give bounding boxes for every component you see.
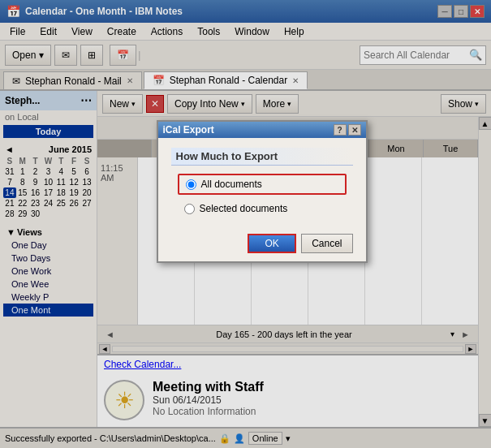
modal-close-btn[interactable]: ✕ [348,124,361,136]
radio-all-label: All documents [201,179,262,190]
modal-overlay: iCal Export ? ✕ How Much to Export All d… [0,0,491,448]
modal-section-label: How Much to Export [171,148,353,166]
ical-export-modal: iCal Export ? ✕ How Much to Export All d… [157,120,368,263]
cancel-button[interactable]: Cancel [301,234,352,253]
radio-selected-label: Selected documents [200,203,288,214]
modal-title: iCal Export [163,124,334,136]
ok-button[interactable]: OK [248,234,296,253]
modal-title-bar: iCal Export ? ✕ [158,122,366,138]
radio-selected-documents[interactable]: Selected documents [178,200,347,218]
modal-buttons: OK Cancel [158,227,366,261]
radio-all-input[interactable] [186,179,196,190]
modal-title-buttons: ? ✕ [334,124,361,136]
radio-all-documents[interactable]: All documents [178,174,347,195]
modal-body: How Much to Export All documents Selecte… [158,138,366,227]
modal-radio-group: All documents Selected documents [171,174,353,218]
modal-help-btn[interactable]: ? [334,124,347,136]
radio-selected-input[interactable] [184,204,195,214]
